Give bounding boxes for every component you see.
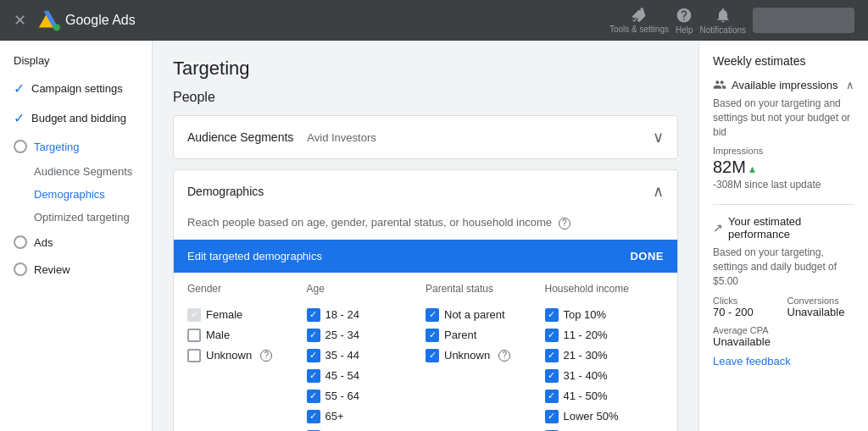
sidebar-item-display[interactable]: Display (0, 47, 152, 74)
age-25-34-label: 25 - 34 (326, 329, 359, 341)
age-row-45-54[interactable]: ✓ 45 - 54 (307, 366, 426, 386)
parental-info-icon[interactable]: ? (498, 350, 510, 362)
impressions-label: Impressions (713, 146, 854, 156)
ads-label: Ads (34, 236, 53, 249)
parental-row-not-a-parent[interactable]: ✓ Not a parent (426, 305, 545, 325)
chevron-up-icon: ∧ (653, 182, 664, 201)
age-25-34-checkbox[interactable]: ✓ (307, 329, 320, 342)
done-button[interactable]: DONE (630, 250, 664, 262)
11-20-label: 11 - 20% (564, 329, 608, 341)
age-45-54-checkbox[interactable]: ✓ (307, 369, 320, 383)
logo: Google Ads (36, 8, 136, 32)
income-row-lower50[interactable]: ✓ Lower 50% (545, 406, 665, 427)
parental-unknown-label: Unknown (444, 349, 490, 362)
age-65plus-label: 65+ (326, 410, 344, 423)
checkmark-icon: ✓ (429, 309, 437, 320)
sidebar-item-optimized-targeting[interactable]: Optimized targeting (0, 206, 152, 229)
close-icon[interactable]: ✕ (14, 11, 26, 30)
sidebar-item-demographics[interactable]: Demographics (0, 183, 152, 206)
page-title: Targeting (173, 58, 678, 80)
impressions-desc: Based on your targeting and settings but… (713, 97, 854, 139)
income-row-11-20[interactable]: ✓ 11 - 20% (545, 325, 665, 345)
income-row-41-50[interactable]: ✓ 41 - 50% (545, 386, 665, 406)
female-checkbox[interactable]: ✓ (187, 308, 201, 322)
weekly-estimates-title: Weekly estimates (713, 54, 854, 68)
demographics-panel-header[interactable]: Demographics ∧ (174, 170, 677, 213)
31-40-checkbox[interactable]: ✓ (545, 369, 559, 383)
parent-checkbox[interactable]: ✓ (426, 329, 439, 342)
age-row-35-44[interactable]: ✓ 35 - 44 (307, 345, 426, 366)
available-impressions-label: Available impressions (713, 78, 838, 91)
info-icon[interactable]: ? (559, 218, 570, 229)
targeting-label: Targeting (34, 141, 79, 153)
notifications-button[interactable]: Notifications (700, 7, 746, 35)
gender-unknown-checkbox[interactable] (187, 349, 201, 362)
checkmark-icon: ✓ (548, 329, 555, 340)
age-row-25-34[interactable]: ✓ 25 - 34 (307, 325, 426, 345)
sidebar-item-targeting[interactable]: Targeting (0, 133, 152, 160)
edit-bar: Edit targeted demographics DONE (174, 240, 677, 273)
sidebar-item-ads[interactable]: Ads (0, 229, 152, 256)
right-panel: Weekly estimates Available impressions ∧… (698, 41, 868, 431)
income-row-unknown[interactable]: ✓ Unknown ? (545, 427, 665, 431)
conversions-label: Conversions (787, 296, 855, 306)
sidebar: Display ✓ Campaign settings ✓ Budget and… (0, 41, 153, 431)
circle-icon-review (14, 262, 27, 276)
age-row-55-64[interactable]: ✓ 55 - 64 (307, 386, 426, 406)
checkmark-icon: ✓ (191, 309, 198, 320)
clicks-metric: Clicks 70 - 200 (713, 296, 781, 318)
sidebar-item-audience-segments[interactable]: Audience Segments (0, 160, 152, 183)
age-35-44-checkbox[interactable]: ✓ (307, 349, 320, 362)
male-label: Male (206, 329, 230, 341)
age-row-unknown[interactable]: ✓ Unknown ? (307, 427, 426, 431)
age-65plus-checkbox[interactable]: ✓ (307, 410, 320, 423)
gender-row-male[interactable]: Male (187, 325, 307, 345)
circle-icon (14, 140, 27, 153)
audience-segments-header[interactable]: Audience Segments Avid Investors ∨ (174, 116, 677, 158)
checkmark-icon: ✓ (309, 309, 317, 320)
parental-row-parent[interactable]: ✓ Parent (426, 325, 545, 345)
gender-row-female[interactable]: ✓ Female (187, 305, 307, 325)
not-a-parent-checkbox[interactable]: ✓ (426, 308, 439, 322)
chevron-down-icon: ∨ (653, 128, 664, 146)
21-30-checkbox[interactable]: ✓ (545, 349, 559, 362)
11-20-checkbox[interactable]: ✓ (545, 329, 559, 342)
budget-bidding-label: Budget and bidding (31, 112, 126, 124)
sidebar-item-budget-bidding[interactable]: ✓ Budget and bidding (0, 103, 152, 133)
leave-feedback-link[interactable]: Leave feedback (713, 355, 791, 367)
impressions-value: 82M (713, 157, 746, 177)
parental-unknown-checkbox[interactable]: ✓ (426, 349, 439, 362)
checkmark-icon: ✓ (548, 411, 555, 422)
41-50-label: 41 - 50% (564, 390, 608, 402)
sidebar-item-review[interactable]: Review (0, 256, 152, 283)
search-input[interactable] (753, 8, 854, 33)
demographics-panel-title: Demographics (187, 185, 264, 198)
conversions-value: Unavailable (787, 306, 855, 318)
gender-info-icon[interactable]: ? (260, 350, 272, 362)
lower50-checkbox[interactable]: ✓ (545, 410, 559, 423)
male-checkbox[interactable] (187, 329, 201, 342)
parental-row-unknown[interactable]: ✓ Unknown ? (426, 345, 545, 366)
age-55-64-label: 55 - 64 (326, 390, 359, 402)
app-title: Google Ads (65, 13, 136, 28)
age-18-24-checkbox[interactable]: ✓ (307, 308, 320, 322)
income-row-31-40[interactable]: ✓ 31 - 40% (545, 366, 665, 386)
performance-section: ↗ Your estimated performance Based on yo… (713, 215, 854, 367)
gender-row-unknown[interactable]: Unknown ? (187, 345, 307, 366)
income-row-top10[interactable]: ✓ Top 10% (545, 305, 665, 325)
help-button[interactable]: Help (676, 7, 693, 35)
age-55-64-checkbox[interactable]: ✓ (307, 390, 320, 403)
income-row-21-30[interactable]: ✓ 21 - 30% (545, 345, 665, 366)
age-row-18-24[interactable]: ✓ 18 - 24 (307, 305, 426, 325)
41-50-checkbox[interactable]: ✓ (545, 390, 559, 403)
campaign-settings-label: Campaign settings (31, 82, 123, 95)
21-30-label: 21 - 30% (564, 349, 608, 362)
checkmark-icon: ✓ (309, 370, 317, 381)
age-row-65plus[interactable]: ✓ 65+ (307, 406, 426, 427)
sidebar-item-campaign-settings[interactable]: ✓ Campaign settings (0, 74, 152, 103)
tools-settings-button[interactable]: Tools & settings (609, 6, 669, 35)
top10-checkbox[interactable]: ✓ (545, 308, 559, 322)
estimates-header: Available impressions ∧ (713, 78, 854, 91)
main-content: Targeting People Audience Segments Avid … (153, 41, 698, 431)
clicks-value: 70 - 200 (713, 306, 781, 318)
